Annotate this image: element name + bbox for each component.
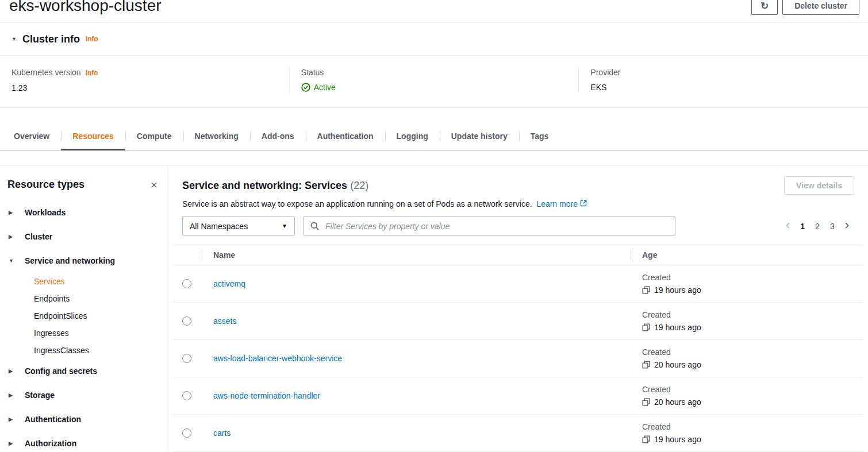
table-header-row: Name Age (173, 245, 863, 265)
kubernetes-version-info-link[interactable]: Info (86, 68, 98, 78)
view-details-button[interactable]: View details (784, 176, 854, 195)
sidebar-group-authorization[interactable]: ▶Authorization (7, 431, 160, 452)
age-value: 20 hours ago (654, 358, 701, 371)
tab-update-history[interactable]: Update history (440, 122, 519, 150)
learn-more-label: Learn more (536, 199, 578, 208)
header-actions: ↻ Delete cluster (751, 0, 859, 15)
services-heading: Service and networking: Services (22) (182, 179, 368, 192)
tab-compute[interactable]: Compute (125, 122, 183, 150)
age-column-header: Age (631, 245, 863, 265)
sidebar-group-config-and-secrets[interactable]: ▶Config and secrets (7, 359, 160, 383)
select-caret-icon: ▼ (282, 223, 287, 229)
service-name-link[interactable]: aws-load-balancer-webhook-service (213, 354, 342, 363)
services-description: Service is an abstract way to expose an … (182, 198, 854, 210)
service-row-aws-node-termination-handler: aws-node-termination-handlerCreated20 ho… (173, 377, 863, 415)
copy-icon[interactable] (642, 286, 650, 294)
provider-label: Provider (590, 67, 620, 78)
provider-field: Provider EKS (578, 67, 868, 93)
sidebar-group-storage[interactable]: ▶Storage (7, 383, 160, 407)
cluster-info-title: Cluster info (22, 32, 80, 46)
cluster-info-info-link[interactable]: Info (86, 35, 98, 43)
status-label: Status (301, 67, 324, 78)
service-name-link[interactable]: aws-node-termination-handler (213, 391, 320, 400)
sidebar-group-service-and-networking[interactable]: ▼Service and networking (7, 249, 160, 273)
service-row-assets: assetsCreated19 hours ago (173, 303, 863, 340)
sidebar-item-ingresses[interactable]: Ingresses (7, 324, 160, 342)
row-select-radio[interactable] (182, 391, 191, 400)
next-page-button[interactable]: › (840, 221, 854, 232)
external-link-icon (580, 200, 587, 207)
services-header: Service and networking: Services (22) Vi… (173, 176, 863, 235)
sidebar-group-authentication[interactable]: ▶Authentication (7, 407, 160, 431)
tab-tags[interactable]: Tags (519, 122, 560, 150)
caret-right-icon: ▶ (9, 210, 16, 215)
cluster-info-header[interactable]: ▼ Cluster info Info (0, 23, 868, 56)
kubernetes-version-label: Kubernetes version (11, 67, 81, 78)
page-2-button[interactable]: 2 (810, 219, 825, 233)
row-select-radio[interactable] (182, 428, 191, 438)
namespace-select[interactable]: All Namespaces ▼ (182, 217, 295, 235)
tab-networking[interactable]: Networking (183, 122, 250, 150)
age-value: 19 hours ago (654, 433, 701, 446)
status-active-icon (301, 83, 310, 92)
page-1-button[interactable]: 1 (795, 219, 810, 233)
kubernetes-version-value: 1.23 (11, 83, 278, 93)
sidebar-group-label: Authorization (25, 438, 76, 449)
copy-icon[interactable] (642, 323, 650, 331)
services-heading-text: Service and networking: Services (182, 180, 347, 191)
services-description-text: Service is an abstract way to expose an … (182, 199, 532, 208)
caret-right-icon: ▶ (9, 369, 16, 374)
pagination: ‹123› (781, 219, 854, 233)
row-select-radio[interactable] (182, 316, 191, 326)
sidebar-group-label: Config and secrets (25, 365, 97, 377)
eks-cluster-detail-page: eks-workshop-cluster ↻ Delete cluster ▼ … (0, 0, 868, 452)
search-icon (310, 222, 319, 230)
age-value: 20 hours ago (654, 396, 701, 408)
filter-services-input[interactable] (324, 221, 668, 231)
service-name-link[interactable]: assets (213, 316, 236, 326)
table-controls: All Namespaces ▼ ‹123› (182, 217, 854, 235)
created-label: Created (642, 383, 863, 396)
row-select-radio[interactable] (182, 354, 191, 363)
service-name-link[interactable]: carts (213, 428, 231, 438)
copy-icon[interactable] (642, 361, 650, 369)
caret-down-icon: ▼ (9, 258, 16, 264)
resource-type-tree: ▶Workloads▶Cluster▼Service and networkin… (7, 200, 160, 452)
refresh-button[interactable]: ↻ (751, 0, 778, 15)
sidebar-title: Resource types (7, 177, 85, 191)
tab-authentication[interactable]: Authentication (306, 122, 385, 150)
name-column-header: Name (202, 245, 631, 265)
tab-logging[interactable]: Logging (385, 122, 440, 150)
tab-resources[interactable]: Resources (61, 122, 125, 150)
created-label: Created (642, 308, 863, 321)
tab-overview[interactable]: Overview (2, 122, 61, 150)
close-icon: × (151, 178, 158, 191)
select-column-header (173, 245, 202, 265)
sidebar-group-label: Service and networking (25, 255, 115, 266)
row-select-radio[interactable] (182, 279, 191, 288)
sidebar-group-cluster[interactable]: ▶Cluster (7, 225, 160, 249)
copy-icon[interactable] (642, 398, 650, 406)
services-table: Name Age activemqCreated19 hours agoasse… (173, 245, 863, 452)
tab-add-ons[interactable]: Add-ons (250, 122, 306, 150)
page-3-button[interactable]: 3 (825, 219, 840, 233)
copy-icon[interactable] (642, 435, 650, 443)
created-label: Created (642, 420, 863, 433)
delete-cluster-button[interactable]: Delete cluster (782, 0, 859, 15)
learn-more-link[interactable]: Learn more (536, 199, 586, 208)
cluster-info-card: ▼ Cluster info Info Kubernetes version I… (0, 22, 868, 107)
cluster-info-body: Kubernetes version Info 1.23 Status Acti… (0, 56, 868, 107)
caret-right-icon: ▶ (9, 393, 16, 398)
status-value: Active (314, 82, 336, 92)
previous-page-button[interactable]: ‹ (781, 221, 795, 232)
sidebar-item-endpointslices[interactable]: EndpointSlices (7, 307, 160, 324)
sidebar-item-ingressclasses[interactable]: IngressClasses (7, 342, 160, 359)
sidebar-item-services[interactable]: Services (7, 273, 160, 290)
service-name-link[interactable]: activemq (213, 279, 245, 288)
sidebar-group-workloads[interactable]: ▶Workloads (7, 200, 160, 225)
sidebar-group-label: Cluster (25, 231, 52, 242)
status-field: Status Active (289, 67, 579, 93)
close-sidebar-button[interactable]: × (148, 179, 160, 191)
caret-down-icon[interactable]: ▼ (11, 37, 17, 42)
sidebar-item-endpoints[interactable]: Endpoints (7, 290, 160, 307)
